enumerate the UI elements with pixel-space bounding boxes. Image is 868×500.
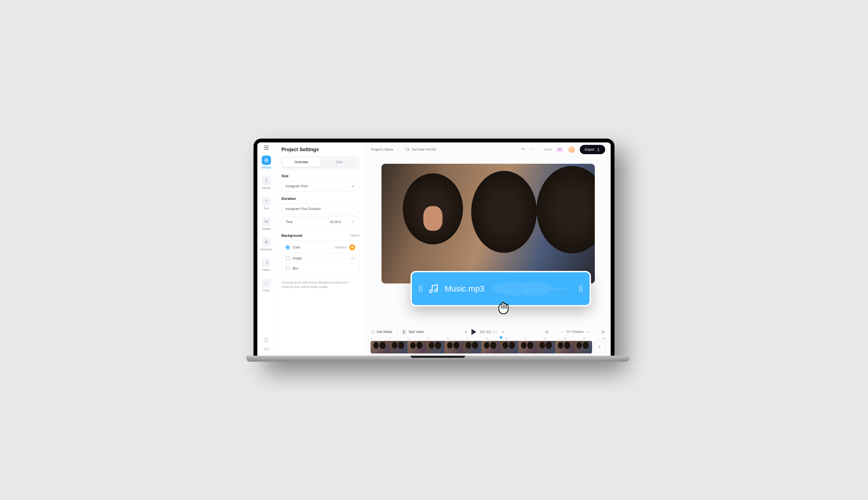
grab-cursor-icon bbox=[495, 298, 512, 315]
clip-handle-left[interactable] bbox=[419, 285, 422, 293]
nav-rail: Settings Upload Text Subtitle bbox=[257, 143, 275, 356]
forward-icon[interactable] bbox=[501, 330, 505, 334]
rail-label: Text bbox=[263, 207, 269, 210]
video-icon bbox=[405, 147, 410, 152]
clip-thumb[interactable] bbox=[481, 341, 500, 353]
divider bbox=[397, 329, 397, 335]
clip-thumb[interactable] bbox=[463, 341, 482, 353]
fit-timeline-label: Fit Timeline bbox=[567, 330, 584, 334]
add-media-button[interactable]: + Add Media bbox=[371, 330, 392, 334]
duration-block: Instagram Post Duration bbox=[281, 203, 359, 214]
clip-thumb[interactable] bbox=[574, 341, 592, 353]
background-upload-link[interactable]: Upload bbox=[350, 234, 359, 237]
help-icon[interactable] bbox=[263, 337, 269, 342]
draw-icon bbox=[262, 279, 271, 288]
size-field[interactable]: Instagram Post bbox=[281, 181, 359, 192]
waveform-toggle-icon[interactable] bbox=[601, 329, 606, 334]
record-icon bbox=[262, 156, 271, 165]
clip-thumb[interactable] bbox=[518, 341, 537, 353]
export-preset-select[interactable]: YouTube Full HD bbox=[402, 146, 443, 154]
svg-point-5 bbox=[266, 242, 268, 243]
tab-overview[interactable]: Overview bbox=[282, 158, 320, 167]
user-badge[interactable]: SK bbox=[556, 147, 563, 152]
clip-thumb[interactable] bbox=[426, 341, 445, 353]
time-stretch-button[interactable]: ↔ bbox=[347, 216, 359, 227]
clip-thumb[interactable] bbox=[444, 341, 463, 353]
clip-thumb[interactable] bbox=[500, 341, 519, 353]
rail-text[interactable]: Text bbox=[257, 195, 275, 211]
radio-icon bbox=[285, 256, 290, 261]
radio-icon bbox=[285, 245, 290, 250]
rail-settings[interactable]: Settings bbox=[257, 155, 275, 170]
clip-thumb[interactable] bbox=[537, 341, 555, 353]
undo-icon[interactable] bbox=[521, 147, 526, 152]
rail-label: Upload bbox=[262, 186, 271, 190]
svg-rect-10 bbox=[406, 148, 408, 151]
plus-icon: + bbox=[371, 330, 375, 334]
background-options: Color #636363 Image Blur bbox=[281, 240, 359, 275]
divider bbox=[596, 329, 596, 335]
avatar[interactable] bbox=[568, 146, 575, 154]
menu-icon[interactable] bbox=[264, 146, 269, 149]
volume-icon[interactable] bbox=[545, 329, 550, 334]
rail-upload[interactable]: Upload bbox=[257, 175, 275, 191]
add-clip-button[interactable]: + bbox=[594, 341, 606, 353]
preview-canvas[interactable]: KAFA bbox=[382, 164, 595, 284]
rail-subtitle[interactable]: Subtitle bbox=[257, 216, 275, 231]
bg-option-color[interactable]: Color #636363 bbox=[285, 242, 355, 253]
keyboard-icon[interactable] bbox=[263, 346, 269, 352]
redo-icon[interactable] bbox=[530, 147, 535, 152]
time-row: Time 01:00.0 ↔ bbox=[281, 216, 359, 227]
clip-thumb[interactable] bbox=[371, 341, 389, 353]
timeline-track[interactable] bbox=[371, 341, 592, 353]
split-video-button[interactable]: Split Video bbox=[402, 330, 424, 334]
playhead[interactable] bbox=[499, 337, 503, 339]
chevron-down-icon bbox=[438, 148, 440, 151]
help-text: Cleaning audio will remove background no… bbox=[281, 280, 359, 289]
bg-option-blur[interactable]: Blur bbox=[285, 263, 355, 273]
svg-point-13 bbox=[430, 290, 432, 293]
color-picker-button[interactable] bbox=[349, 245, 355, 250]
music-note-icon bbox=[428, 284, 439, 294]
duration-preset-select[interactable]: Instagram Post Duration bbox=[282, 204, 359, 214]
rail-label: Elements bbox=[261, 248, 272, 251]
rail-label: Filters bbox=[262, 269, 270, 271]
time-label: Time bbox=[285, 220, 293, 224]
app-screen: Settings Upload Text Subtitle bbox=[257, 143, 611, 356]
clip-thumb[interactable] bbox=[407, 341, 426, 353]
svg-point-1 bbox=[266, 159, 267, 161]
topbar: Project's Name YouTube Full HD Invite SK… bbox=[365, 143, 611, 157]
bg-option-image[interactable]: Image bbox=[285, 253, 355, 263]
panel-tabs: Overview Size bbox=[281, 156, 359, 168]
tab-size[interactable]: Size bbox=[320, 158, 359, 167]
play-button[interactable] bbox=[472, 329, 476, 335]
clip-handle-right[interactable] bbox=[579, 285, 583, 293]
zoom-out-button[interactable]: − bbox=[560, 330, 564, 334]
waveform-icon bbox=[491, 281, 573, 297]
fit-timeline-control: − Fit Timeline + bbox=[560, 330, 591, 334]
zoom-in-button[interactable]: + bbox=[586, 330, 591, 334]
elements-icon bbox=[262, 238, 271, 247]
time-field[interactable]: Time 01:00.0 bbox=[281, 216, 345, 227]
clip-thumb[interactable] bbox=[389, 341, 408, 353]
rewind-icon[interactable] bbox=[463, 330, 467, 334]
upload-icon bbox=[262, 176, 271, 185]
preset-label: YouTube Full HD bbox=[411, 148, 436, 151]
rail-draw[interactable]: Draw bbox=[257, 277, 275, 293]
filters-icon bbox=[262, 258, 271, 268]
text-icon bbox=[262, 196, 271, 206]
export-button[interactable]: Export bbox=[580, 145, 605, 154]
rail-filters[interactable]: Filters bbox=[257, 257, 275, 273]
rail-label: Draw bbox=[263, 289, 269, 292]
invite-link[interactable]: Invite bbox=[544, 148, 552, 151]
project-name[interactable]: Project's Name bbox=[371, 148, 393, 151]
background-label: Background bbox=[281, 234, 302, 238]
timeline-ruler[interactable]: 0 5 10 15 20 25 30 35 40 45 50 55 60 bbox=[371, 335, 606, 341]
rail-label: Settings bbox=[261, 166, 271, 169]
rail-label: Subtitle bbox=[262, 227, 271, 230]
split-label: Split Video bbox=[408, 330, 424, 334]
svg-point-12 bbox=[403, 332, 404, 333]
rail-elements[interactable]: Elements bbox=[257, 237, 275, 252]
clip-thumb[interactable] bbox=[555, 341, 574, 353]
main-area: Project's Name YouTube Full HD Invite SK… bbox=[365, 143, 611, 356]
